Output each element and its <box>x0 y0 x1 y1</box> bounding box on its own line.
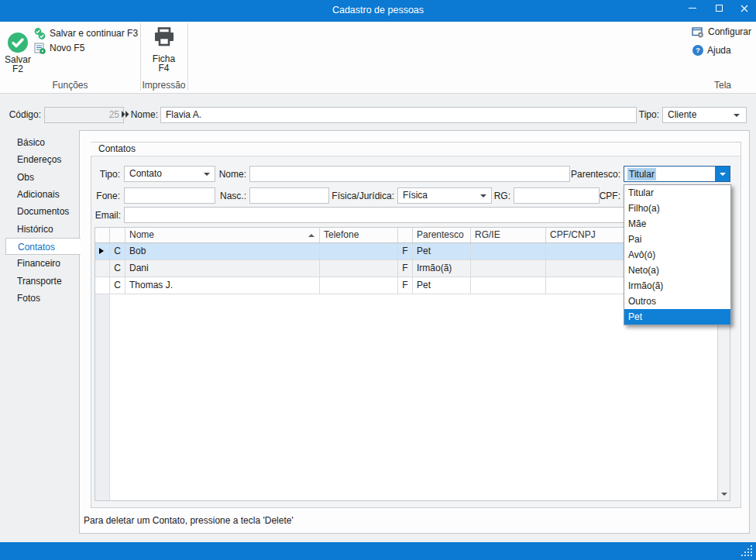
fone-field[interactable] <box>124 187 215 204</box>
cell-parentesco[interactable]: Pet <box>413 243 471 259</box>
email-label: Email: <box>95 210 121 222</box>
row-indicator-cell[interactable] <box>95 260 110 277</box>
novo-button[interactable]: Novo F5 <box>34 41 84 55</box>
sidebar-item-histo-rico[interactable]: Histórico <box>17 221 53 238</box>
nasc-field[interactable] <box>249 187 329 204</box>
dropdown-option-avo-o[interactable]: Avô(ó) <box>624 247 730 263</box>
cell-parentesco[interactable]: Pet <box>413 277 471 294</box>
resize-grip-icon[interactable] <box>741 545 754 558</box>
chevron-down-icon <box>204 173 210 176</box>
cell-cpf_cnpj[interactable] <box>546 277 627 294</box>
column-header-parentesco[interactable]: Parentesco <box>413 228 471 242</box>
maximize-icon <box>716 5 723 12</box>
row-indicator-cell[interactable] <box>95 243 110 259</box>
contato-tipo-combobox[interactable]: Contato <box>124 166 215 182</box>
sidebar-item-financeiro[interactable]: Financeiro <box>17 255 60 272</box>
column-header-rg-ie[interactable]: RG/IE <box>471 228 546 242</box>
configurar-button[interactable]: Configurar <box>692 25 751 39</box>
dropdown-option-pet[interactable]: Pet <box>624 309 730 325</box>
chevron-down-icon <box>480 194 486 198</box>
cell-f[interactable]: F <box>398 243 413 259</box>
sidebar-item-transporte[interactable]: Transporte <box>17 273 62 290</box>
cell-nome[interactable]: Bob <box>125 243 320 259</box>
ribbon: SalvarF2 Salvar e continuar F3 Novo F5 F… <box>0 22 756 94</box>
parentesco-label: Parentesco: <box>571 169 620 180</box>
minimize-button[interactable] <box>681 0 704 16</box>
sidebar-item-enderec-os[interactable]: Endereços <box>17 151 61 168</box>
salvar-button[interactable]: SalvarF2 <box>2 33 34 74</box>
close-button[interactable] <box>733 0 756 16</box>
dropdown-option-outros[interactable]: Outros <box>624 294 730 309</box>
column-header-blank[interactable] <box>95 228 110 242</box>
configure-window-icon <box>692 26 704 38</box>
sidebar-item-obs[interactable]: Obs <box>17 169 34 186</box>
dropdown-option-titular[interactable]: Titular <box>624 185 730 201</box>
column-header-telefone[interactable]: Telefone <box>320 228 398 242</box>
cell-f[interactable]: F <box>398 277 413 294</box>
cell-nome[interactable]: Thomas J. <box>125 277 320 294</box>
nome-label: Nome: <box>131 109 158 121</box>
groupbox-title: Contatos <box>91 143 741 156</box>
salvar-continuar-button[interactable]: Salvar e continuar F3 <box>34 26 138 40</box>
sidebar-item-documentos[interactable]: Documentos <box>17 203 69 220</box>
column-header-blank[interactable] <box>110 228 125 242</box>
cell-cpf_cnpj[interactable] <box>546 260 627 277</box>
group-label-tela: Tela <box>699 80 746 91</box>
dropdown-option-neto-a[interactable]: Neto(a) <box>624 263 730 278</box>
printer-icon <box>153 27 176 49</box>
save-check-icon <box>8 33 28 53</box>
sidebar-item-adicionais[interactable]: Adicionais <box>17 186 60 203</box>
group-label-funcoes: Funções <box>0 80 140 91</box>
cell-cpf_cnpj[interactable] <box>546 243 627 259</box>
minimize-icon <box>689 8 696 9</box>
sort-ascending-icon <box>308 234 314 237</box>
cell-rg_ie[interactable] <box>471 243 546 259</box>
ficha-button[interactable]: FichaF4 <box>143 27 185 73</box>
dropdown-option-ma-e[interactable]: Mãe <box>624 216 730 232</box>
sidebar-item-ba-sico[interactable]: Básico <box>17 134 45 151</box>
window: Cadastro de pessoas SalvarF2 Salvar e co… <box>0 0 756 560</box>
dropdown-option-pai[interactable]: Pai <box>624 232 730 247</box>
cell-f[interactable]: F <box>398 260 413 277</box>
contato-nome-label: Nome: <box>219 169 246 180</box>
close-icon <box>741 5 748 12</box>
parentesco-combobox[interactable]: Titular <box>624 166 730 182</box>
cell-telefone[interactable] <box>320 277 398 294</box>
save-continue-icon <box>34 28 46 40</box>
ajuda-button[interactable]: ? Ajuda <box>692 43 731 57</box>
cell-parentesco[interactable]: Irmão(ã) <box>413 260 471 277</box>
cpf-label: CPF: <box>600 191 620 202</box>
maximize-button[interactable] <box>707 0 730 16</box>
rg-label: RG: <box>494 191 510 202</box>
parentesco-dropdown-button[interactable] <box>715 167 730 181</box>
parentesco-dropdown: TitularFilho(a)MãePaiAvô(ó)Neto(a)Irmão(… <box>624 184 731 325</box>
next-record-icon[interactable] <box>121 110 130 119</box>
dropdown-option-irma-o-a[interactable]: Irmão(ã) <box>624 278 730 294</box>
scroll-down-button[interactable] <box>718 488 730 500</box>
cell-type[interactable]: C <box>110 277 125 294</box>
dropdown-option-filho-a[interactable]: Filho(a) <box>624 201 730 216</box>
column-header-nome[interactable]: Nome <box>125 228 320 242</box>
sidebar-item-contatos[interactable]: Contatos <box>5 238 81 255</box>
svg-text:?: ? <box>696 46 700 54</box>
contato-tipo-label: Tipo: <box>100 169 120 180</box>
cell-rg_ie[interactable] <box>471 277 546 294</box>
cell-nome[interactable]: Dani <box>125 260 320 277</box>
tipo-combobox[interactable]: Cliente <box>662 107 747 123</box>
cell-type[interactable]: C <box>110 243 125 259</box>
sidebar-item-fotos[interactable]: Fotos <box>17 290 40 307</box>
row-indicator-cell[interactable] <box>95 277 110 294</box>
cell-rg_ie[interactable] <box>471 260 546 277</box>
nasc-label: Nasc.: <box>220 191 246 202</box>
column-header-cpf-cnpj[interactable]: CPF/CNPJ <box>546 228 627 242</box>
nome-field[interactable]: Flavia A. <box>160 107 637 123</box>
cell-type[interactable]: C <box>110 260 125 277</box>
codigo-field[interactable]: 25 <box>44 107 124 123</box>
contato-nome-field[interactable] <box>249 166 570 182</box>
cell-telefone[interactable] <box>320 243 398 259</box>
fisica-juridica-combobox[interactable]: Física <box>397 187 492 204</box>
cell-telefone[interactable] <box>320 260 398 277</box>
rg-field[interactable] <box>514 187 600 204</box>
column-header-blank[interactable] <box>398 228 413 242</box>
statusbar <box>0 542 756 560</box>
